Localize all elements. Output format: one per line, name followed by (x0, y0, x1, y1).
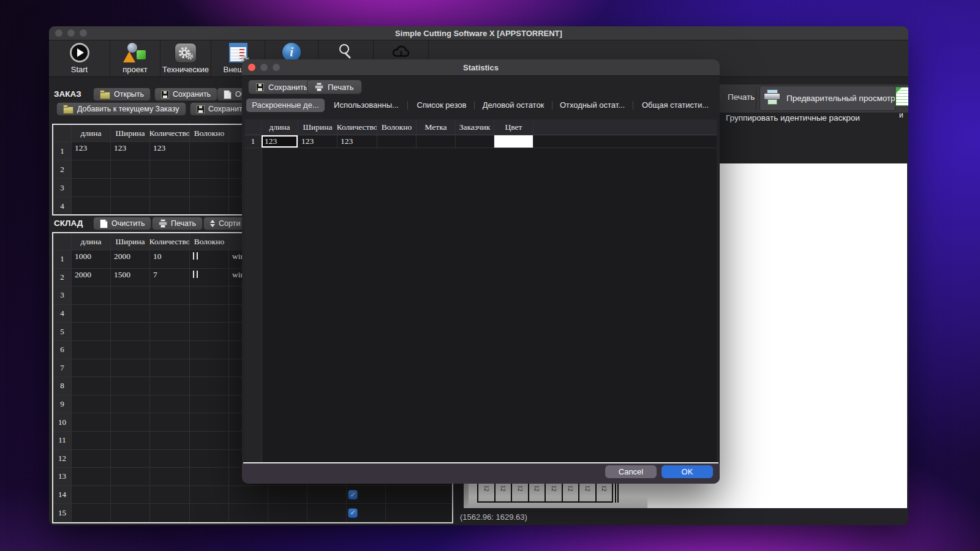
sklad-clear-button[interactable]: Очистить (93, 217, 151, 230)
table-cell[interactable] (190, 486, 229, 504)
toolbar-item-project[interactable]: проект (110, 40, 160, 77)
dialog-print-button[interactable]: Печать (307, 80, 362, 94)
table-cell[interactable] (111, 305, 150, 323)
table-cell[interactable] (150, 377, 190, 395)
table-cell[interactable] (150, 160, 190, 178)
table-cell[interactable] (72, 197, 111, 215)
zakaz-open-button[interactable]: Открыть (93, 88, 151, 101)
table-cell[interactable] (111, 468, 150, 485)
table-cell[interactable] (229, 486, 268, 504)
table-cell[interactable] (72, 359, 111, 377)
table-cell[interactable] (190, 359, 229, 377)
table-cell[interactable] (150, 504, 190, 522)
table-cell[interactable] (190, 504, 229, 522)
table-cell[interactable] (150, 287, 190, 304)
toolbar-item-start[interactable]: Start (49, 40, 110, 77)
table-cell[interactable] (72, 160, 111, 178)
table-cell[interactable] (72, 413, 111, 431)
table-cell[interactable] (190, 197, 229, 215)
table-cell[interactable]: 123 (337, 135, 377, 148)
table-cell[interactable] (72, 305, 111, 323)
table-cell[interactable]: 123 (262, 135, 298, 148)
table-cell[interactable] (190, 413, 229, 431)
table-cell[interactable] (268, 504, 307, 522)
table-cell[interactable] (307, 486, 347, 504)
table-cell[interactable] (111, 341, 150, 359)
table-cell[interactable]: 10 (150, 250, 190, 268)
table-cell[interactable] (111, 395, 150, 413)
table-cell[interactable] (72, 432, 111, 449)
table-cell[interactable] (377, 135, 417, 148)
table-cell[interactable] (72, 323, 111, 340)
table-cell[interactable] (150, 305, 190, 323)
table-cell[interactable] (111, 450, 150, 468)
table-cell[interactable] (72, 395, 111, 413)
table-cell[interactable] (72, 468, 111, 485)
table-cell[interactable] (72, 377, 111, 395)
table-cell[interactable] (150, 468, 190, 485)
table-cell[interactable] (111, 432, 150, 449)
table-cell[interactable] (190, 450, 229, 468)
table-cell[interactable] (111, 323, 150, 340)
ok-button[interactable]: OK (662, 465, 713, 478)
table-cell[interactable] (268, 486, 307, 504)
table-cell[interactable] (190, 269, 229, 287)
table-cell[interactable] (72, 179, 111, 197)
table-cell[interactable] (150, 179, 190, 197)
dialog-tab-1[interactable]: Раскроенные де... (246, 99, 325, 112)
table-cell[interactable] (150, 432, 190, 449)
table-cell[interactable] (190, 468, 229, 485)
table-cell[interactable]: 7 (150, 269, 190, 287)
table-cell[interactable]: 123 (111, 142, 150, 160)
table-cell[interactable] (190, 323, 229, 340)
table-cell[interactable] (111, 504, 150, 522)
table-cell[interactable] (72, 504, 111, 522)
table-cell[interactable]: 1500 (111, 269, 150, 287)
table-cell[interactable] (229, 504, 268, 522)
group-identical-layouts-label[interactable]: Группировать идентичные раскрои (726, 113, 860, 122)
dialog-minimize-button[interactable] (260, 64, 268, 71)
table-cell[interactable] (190, 395, 229, 413)
table-cell[interactable] (111, 160, 150, 178)
dialog-tab-5[interactable]: Отходный остат... (559, 99, 626, 112)
table-cell[interactable] (150, 395, 190, 413)
table-cell[interactable] (72, 341, 111, 359)
table-cell[interactable] (150, 359, 190, 377)
table-cell[interactable] (150, 413, 190, 431)
table-cell[interactable]: 2000 (111, 250, 150, 268)
table-cell[interactable] (111, 413, 150, 431)
table-cell[interactable] (190, 341, 229, 359)
cancel-button[interactable]: Cancel (605, 465, 657, 478)
table-cell[interactable] (190, 377, 229, 395)
print-button[interactable]: Печать (728, 92, 755, 102)
table-cell[interactable] (190, 305, 229, 323)
dialog-tab-3[interactable]: Список резов (415, 99, 468, 112)
dialog-save-button[interactable]: Сохранить (248, 80, 316, 94)
dialog-zoom-button[interactable] (273, 64, 280, 71)
minimize-button[interactable] (67, 29, 75, 37)
table-cell[interactable] (190, 142, 229, 160)
dialog-tab-6[interactable]: Общая статисти... (640, 99, 710, 112)
close-button[interactable] (55, 29, 62, 37)
row-checkbox[interactable] (348, 508, 358, 518)
table-cell[interactable] (111, 486, 150, 504)
table-cell[interactable] (72, 450, 111, 468)
table-cell[interactable] (150, 341, 190, 359)
table-cell[interactable] (190, 160, 229, 178)
table-cell[interactable] (72, 287, 111, 304)
table-cell[interactable]: 123 (150, 142, 190, 160)
table-cell[interactable]: 123 (298, 135, 337, 148)
table-cell[interactable]: 2000 (72, 269, 111, 287)
table-cell[interactable] (190, 179, 229, 197)
zoom-button[interactable] (80, 29, 87, 37)
color-cell[interactable] (494, 135, 533, 148)
table-cell[interactable] (417, 135, 456, 148)
table-cell[interactable] (111, 179, 150, 197)
table-cell[interactable] (190, 432, 229, 449)
preview-button[interactable]: Предварительный просмотр (760, 86, 895, 111)
excel-export-icon[interactable] (895, 87, 908, 106)
table-cell[interactable] (150, 197, 190, 215)
table-cell[interactable] (190, 250, 229, 268)
table-cell[interactable] (190, 287, 229, 304)
table-cell[interactable]: 123 (72, 142, 111, 160)
